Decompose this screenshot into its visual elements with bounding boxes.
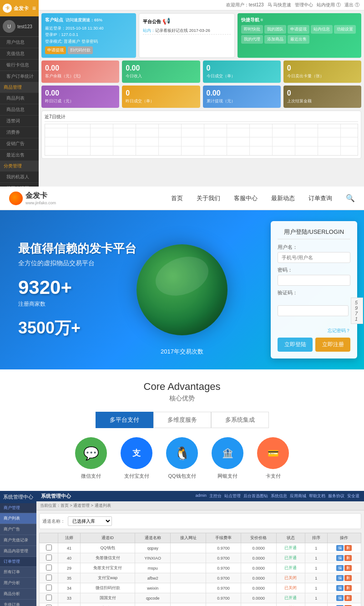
sidebar-item-promo[interactable]: 促销广告 <box>0 138 39 150</box>
nav-about[interactable]: 关于我们 <box>197 194 220 202</box>
login-password-input[interactable] <box>278 275 350 286</box>
row-check[interactable] <box>46 555 52 561</box>
admin-link-sitemanage[interactable]: 站点管理 <box>224 493 241 499</box>
topbar-station[interactable]: 站内使用 ① <box>317 2 341 8</box>
scan-pay-btn[interactable]: 扫代码付款 <box>68 46 93 54</box>
filter-channel-select[interactable]: 已选择入库 全部 <box>68 516 112 526</box>
nav-home[interactable]: 首页 <box>171 194 183 202</box>
stat-yesterday-count-label: 昨日成交（单） <box>126 98 196 104</box>
sidebar-item-productinfo[interactable]: 商品信息 <box>0 104 39 116</box>
quick-nav-buttons: 即时快批 我的团队 申请提现 站内信息 功能设置 我的代理 添加商品 最近出售 <box>241 25 358 44</box>
quick-btn-addproduct[interactable]: 添加商品 <box>264 35 286 44</box>
alm-product-content[interactable]: 商品内容管理 <box>0 546 36 557</box>
row-url <box>171 543 206 553</box>
stat-total-withdraw-value: 0.00 <box>207 89 277 97</box>
quick-btn-message[interactable]: 站内信息 <box>311 25 333 34</box>
row-sort: 1 <box>305 603 327 606</box>
admin-link-appstore[interactable]: 应用商城 <box>290 493 306 499</box>
col-check <box>40 533 58 543</box>
core-tab-service[interactable]: 多维度服务 <box>153 412 211 428</box>
row-status: 已开通 <box>284 566 297 570</box>
edit-btn[interactable]: 编 <box>336 575 344 581</box>
row-status: 已关闭 <box>284 586 297 590</box>
apply-withdraw-btn[interactable]: 申请提现 <box>45 46 66 54</box>
quick-btn-withdraw[interactable]: 申请提现 <box>288 25 309 34</box>
topbar-speed[interactable]: 马 马快意速 <box>268 2 292 8</box>
alm-user-analytics[interactable]: 用户分析 <box>0 578 36 589</box>
chart-placeholder <box>45 124 358 156</box>
hamburger-icon[interactable]: ≡ <box>32 5 36 12</box>
edit-btn[interactable]: 编 <box>336 565 344 571</box>
login-password-label: 密码： <box>278 267 350 273</box>
core-tab-integration[interactable]: 多系统集成 <box>211 412 269 428</box>
topbar-logout[interactable]: 退出 ① <box>344 2 359 8</box>
delete-btn[interactable]: 删 <box>344 585 352 591</box>
hero-subtitle: 全方位的虚拟物品交易平台 <box>18 259 246 268</box>
alm-product-analytics[interactable]: 商品分析 <box>0 589 36 600</box>
quick-btn-team[interactable]: 我的团队 <box>264 25 286 34</box>
admin-link-logout[interactable]: 安全退 <box>347 493 359 499</box>
quick-btn-recentlysold[interactable]: 最近出售 <box>288 35 309 44</box>
login-forgot-link[interactable]: 忘记密码？ <box>278 328 350 334</box>
quick-btn-agent[interactable]: 我的代理 <box>241 35 263 44</box>
admin-link-terms[interactable]: 服务协议 <box>328 493 344 499</box>
login-username-input[interactable] <box>278 252 350 263</box>
search-icon[interactable]: 🔍 <box>346 194 355 202</box>
delete-btn[interactable]: 删 <box>344 595 352 601</box>
register-btn[interactable]: 立即注册 <box>315 338 350 352</box>
alm-merchant-recharge[interactable]: 商户充值记录 <box>0 535 36 546</box>
sidebar-item-robotsettings[interactable]: 机器人设置 <box>0 183 39 187</box>
table-body: 41 QQ钱包 qqpay 0.9700 0.0000 已开通 1 编删 40 … <box>40 543 361 606</box>
stat-yesterday-orders-value: 0.00 <box>45 89 116 97</box>
delete-btn[interactable]: 删 <box>344 555 352 561</box>
public-website-section: 金发卡 www.jinfako.com 首页 关于我们 客服中心 最新动态 订单… <box>0 187 364 491</box>
delete-btn[interactable]: 删 <box>344 545 352 551</box>
quick-btn-settings[interactable]: 功能设置 <box>334 25 356 34</box>
login-submit-btn[interactable]: 立即登陆 <box>278 338 313 352</box>
admin-link-bg[interactable]: 后台首选图钻 <box>243 493 268 499</box>
edit-btn[interactable]: 编 <box>336 545 344 551</box>
delete-btn[interactable]: 删 <box>344 565 352 571</box>
edit-btn[interactable]: 编 <box>336 555 344 561</box>
sidebar-item-productlist[interactable]: 商品列表 <box>0 93 39 104</box>
sidebar-item-recharge[interactable]: 充值信息 <box>0 48 39 60</box>
sidebar-item-bankcard[interactable]: 银行卡信息 <box>0 60 39 71</box>
sidebar-item-orderstats[interactable]: 客户订单统计 <box>0 71 39 82</box>
core-tab-payment[interactable]: 多平台支付 <box>96 412 153 428</box>
row-actions: 编删 <box>330 585 358 591</box>
alm-merchant-ads[interactable]: 商户广告 <box>0 524 36 535</box>
row-actions: 编删 <box>330 555 358 561</box>
stat-balance-value: 0.00 <box>45 64 116 72</box>
nav-orders[interactable]: 订单查询 <box>308 194 332 202</box>
edit-btn[interactable]: 编 <box>336 595 344 601</box>
row-check[interactable] <box>46 565 52 571</box>
admin-link-sysinfo[interactable]: 系统信息 <box>271 493 287 499</box>
alm-recharge-orders[interactable]: 充值订单 <box>0 600 36 606</box>
alm-merchant-list[interactable]: 商户列表 <box>0 513 36 524</box>
edit-btn[interactable]: 编 <box>336 585 344 591</box>
stat-today-orders-label: 今日成交（单） <box>207 73 277 79</box>
row-check[interactable] <box>46 595 52 601</box>
login-captcha-input[interactable] <box>278 305 349 316</box>
quick-btn-instant[interactable]: 即时快批 <box>241 25 263 34</box>
topbar-admin[interactable]: 管理中心 <box>295 2 313 8</box>
admin-link-dashboard[interactable]: 主控台 <box>209 493 222 499</box>
alm-all-orders[interactable]: 所有订单 <box>0 567 36 578</box>
admin-left-menu: 商户管理 商户列表 商户广告 商户充值记录 商品内容管理 订单管理 所有订单 用… <box>0 503 36 606</box>
netbank-icon: 🏦 <box>212 437 243 469</box>
row-check[interactable] <box>46 575 52 581</box>
sidebar-item-recentlysold[interactable]: 最近出售 <box>0 150 39 161</box>
nav-news[interactable]: 最新动态 <box>271 194 295 202</box>
sidebar-item-forbidden[interactable]: 违禁词 <box>0 116 39 127</box>
sidebar-item-myrobot[interactable]: 我的机器人 <box>0 172 39 183</box>
nav-support[interactable]: 客服中心 <box>234 194 258 202</box>
login-captcha-row: 5 9 7 1 <box>278 298 350 324</box>
admin-link-help[interactable]: 帮助文档 <box>309 493 325 499</box>
delete-btn[interactable]: 删 <box>344 575 352 581</box>
sidebar-item-coupon[interactable]: 消费券 <box>0 127 39 138</box>
table-row: 34 微信扫码付款 weixin 0.9700 0.0000 已关闭 1 编删 <box>40 583 361 593</box>
system-admin-topbar: 系统管理中心 admin 主控台 站点管理 后台首选图钻 系统信息 应用商城 帮… <box>36 491 364 501</box>
row-check[interactable] <box>46 585 52 591</box>
sidebar-item-userinfo[interactable]: 用户信息 <box>0 37 39 48</box>
row-check[interactable] <box>46 545 52 550</box>
